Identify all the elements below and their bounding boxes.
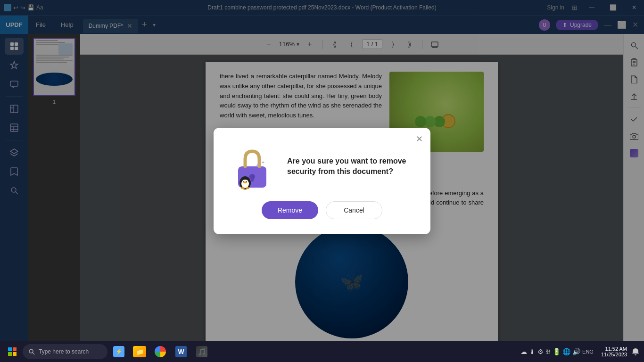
modal-lock-illustration: + + <box>229 143 276 190</box>
remove-button[interactable]: Remove <box>262 201 318 219</box>
cancel-button[interactable]: Cancel <box>326 201 382 219</box>
svg-rect-42 <box>8 352 12 356</box>
modal-overlay[interactable]: ✕ <box>0 0 644 362</box>
tray-icon-language[interactable]: ENG <box>582 349 594 354</box>
modal-question: Are you sure you want to remove security… <box>287 156 415 177</box>
svg-text:+: + <box>262 160 264 165</box>
svg-text:+: + <box>256 162 259 169</box>
taskbar-chrome-icon[interactable] <box>151 342 170 361</box>
tray-icon-bluetooth[interactable]: 𝔅 <box>545 348 551 356</box>
svg-point-35 <box>243 181 247 183</box>
svg-rect-28 <box>251 177 254 181</box>
taskbar-app5-icon[interactable]: 🎵 <box>192 342 211 361</box>
svg-point-37 <box>246 187 249 189</box>
notification-area[interactable] <box>631 343 640 360</box>
tray-icon-5[interactable]: 🌐 <box>562 348 570 355</box>
modal-body: + + Are you sure you want to remove secu… <box>229 143 415 190</box>
svg-rect-43 <box>13 352 17 356</box>
modal-buttons: Remove Cancel <box>229 201 415 219</box>
taskbar-clock[interactable]: 11:52 AM 11/25/2023 <box>601 346 627 357</box>
tray-icon-1[interactable]: ☁ <box>520 348 527 355</box>
svg-point-36 <box>241 187 245 189</box>
start-button[interactable] <box>4 343 21 360</box>
modal-dialog: ✕ <box>214 128 430 234</box>
taskbar: Type here to search ⚡ 📁 W 🎵 ☁ 🌡 ⚙ 𝔅 🔋 🌐 … <box>0 341 644 362</box>
svg-rect-41 <box>13 347 17 351</box>
svg-rect-40 <box>8 347 12 351</box>
modal-close-button[interactable]: ✕ <box>413 133 425 145</box>
tray-icon-2[interactable]: 🌡 <box>529 348 536 355</box>
svg-point-30 <box>241 180 249 188</box>
tray-icon-4[interactable]: 🔋 <box>553 348 561 355</box>
taskbar-search-text: Type here to search <box>39 348 89 355</box>
svg-line-45 <box>33 353 34 354</box>
taskbar-word-icon[interactable]: W <box>172 342 190 361</box>
taskbar-explorer-icon[interactable]: 📁 <box>130 342 149 361</box>
tray-icon-3[interactable]: ⚙ <box>537 348 544 355</box>
taskbar-search[interactable]: Type here to search <box>23 344 107 359</box>
system-tray: ☁ 🌡 ⚙ 𝔅 🔋 🌐 🔊 ENG <box>517 348 597 356</box>
svg-point-44 <box>29 349 33 353</box>
modal-text-area: Are you sure you want to remove security… <box>287 156 415 177</box>
tray-icon-6[interactable]: 🔊 <box>572 348 580 355</box>
taskbar-widget-icon[interactable]: ⚡ <box>109 342 128 361</box>
taskbar-right: ☁ 🌡 ⚙ 𝔅 🔋 🌐 🔊 ENG 11:52 AM 11/25/2023 <box>517 343 640 360</box>
